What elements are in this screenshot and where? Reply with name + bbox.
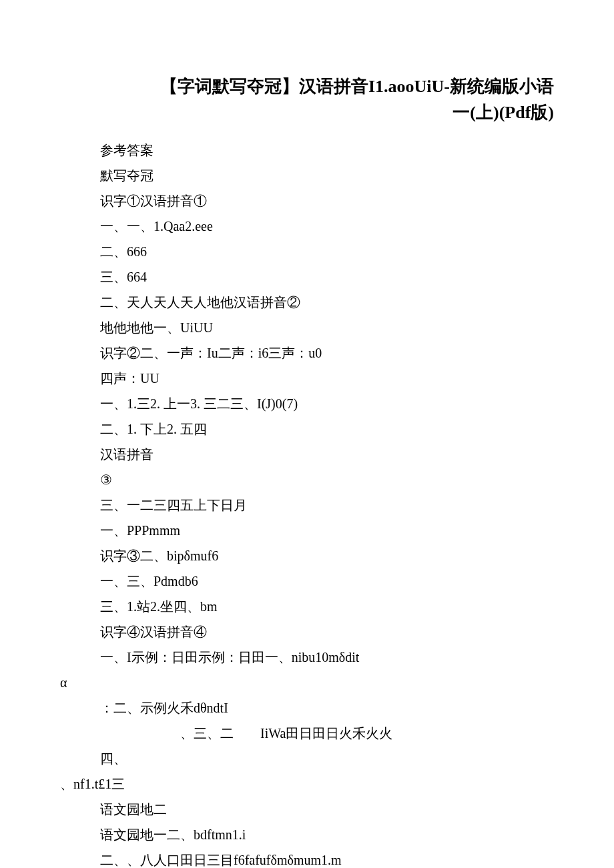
body-line: ：二、示例火禾dθndtI (60, 695, 554, 721)
body-line: 三、1.站2.坐四、bm (60, 594, 554, 619)
document-title: 【字词默写夺冠】汉语拼音I1.aooUiU-新统编版小语 一(上)(Pdf版) (60, 73, 554, 125)
body-line: 三、664 (60, 264, 554, 290)
body-line: 二、1. 下上2. 五四 (60, 416, 554, 442)
body-line: 一、I示例：日田示例：日田一、nibu10mδdit (60, 644, 554, 670)
body-line: 三、一二三四五上下日月 (60, 492, 554, 518)
body-line: 默写夺冠 (60, 163, 554, 188)
title-line-1: 【字词默写夺冠】汉语拼音I1.aooUiU-新统编版小语 (133, 73, 554, 99)
body-line: 一、PPPmmm (60, 518, 554, 543)
body-line: 二、、八人口田日三目f6fafufδmδmum1.m (60, 847, 554, 868)
body-line: α (60, 670, 554, 695)
body-line: 二、666 (60, 239, 554, 264)
body-line: 语文园地一二、bdftmn1.i (60, 822, 554, 847)
body-line: 一、1.三2. 上一3. 三二三、I(J)0(7) (60, 391, 554, 416)
body-line: 识字①汉语拼音① (60, 188, 554, 213)
title-line-2: 一(上)(Pdf版) (133, 99, 554, 125)
body-line: 二、天人天人天人地他汉语拼音② (60, 290, 554, 315)
body-line: 地他地他一、UiUU (60, 315, 554, 340)
body-line: 、nf1.t£1三 (60, 771, 554, 797)
body-line: 识字③二、bipδmuf6 (60, 543, 554, 568)
body-line: 一、三、Pdmdb6 (60, 568, 554, 594)
body-line: ③ (60, 467, 554, 492)
body-line: 汉语拼音 (60, 442, 554, 467)
body-line: 识字④汉语拼音④ (60, 619, 554, 644)
document-body: 参考答案 默写夺冠 识字①汉语拼音① 一、一、1.Qaa2.eee 二、666 … (60, 137, 554, 868)
body-line: 参考答案 (60, 137, 554, 163)
body-line: 四声：UU (60, 366, 554, 391)
body-line: 一、一、1.Qaa2.eee (60, 213, 554, 239)
body-line: 、三、二 IiWa田日田日火禾火火 (60, 721, 554, 746)
body-line: 四、 (60, 746, 554, 771)
body-line: 语文园地二 (60, 797, 554, 822)
body-line: 识字②二、一声：Iu二声：i6三声：u0 (60, 340, 554, 366)
